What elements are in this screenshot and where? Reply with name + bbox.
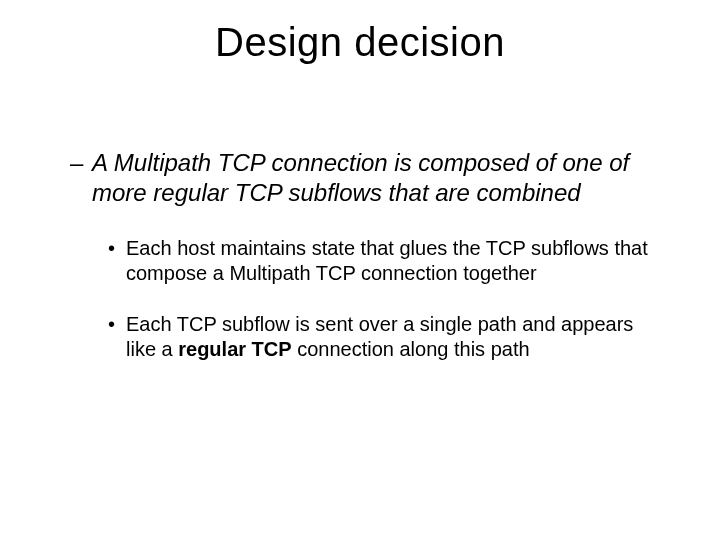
bullet-icon: • <box>108 312 126 337</box>
sub-bullet-text: Each TCP subflow is sent over a single p… <box>126 313 633 360</box>
slide-title: Design decision <box>0 20 720 65</box>
sub-bullet: •Each TCP subflow is sent over a single … <box>108 312 650 362</box>
slide: Design decision –A Multipath TCP connect… <box>0 0 720 540</box>
main-bullet: –A Multipath TCP connection is composed … <box>70 148 650 208</box>
sub-bullet-text: Each host maintains state that glues the… <box>126 237 648 284</box>
dash-icon: – <box>70 148 92 178</box>
sub-bullet: •Each host maintains state that glues th… <box>108 236 650 286</box>
main-bullet-text: A Multipath TCP connection is composed o… <box>92 149 629 206</box>
bullet-icon: • <box>108 236 126 261</box>
text-bold: regular TCP <box>178 338 291 360</box>
text-suffix: connection along this path <box>292 338 530 360</box>
slide-body: –A Multipath TCP connection is composed … <box>70 148 650 388</box>
